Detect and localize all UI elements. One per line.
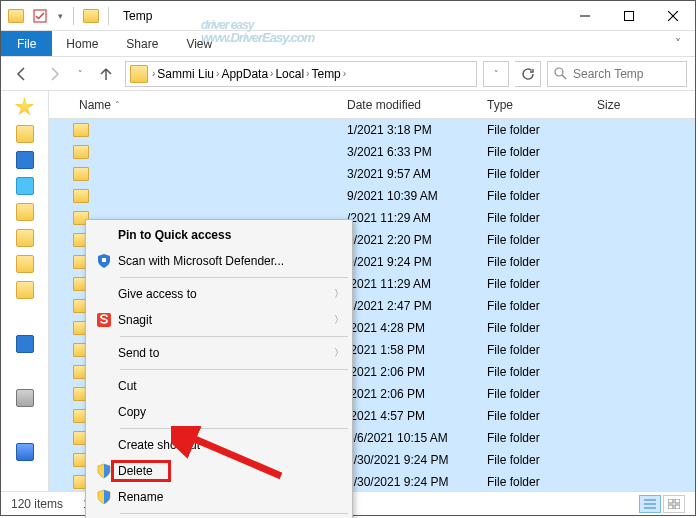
- context-menu: Pin to Quick access Scan with Microsoft …: [85, 219, 353, 518]
- menu-label: Scan with Microsoft Defender...: [118, 254, 344, 268]
- nav-recent-dropdown[interactable]: ˅: [73, 61, 87, 87]
- qat-properties[interactable]: [29, 5, 51, 27]
- svg-rect-2: [625, 11, 634, 20]
- sidebar-item[interactable]: [16, 203, 34, 221]
- file-type: File folder: [481, 167, 591, 181]
- file-type: File folder: [481, 409, 591, 423]
- shield-icon: [90, 461, 118, 481]
- ribbon-tabs: File Home Share View ˅: [1, 31, 695, 57]
- sidebar-thispc-icon[interactable]: [16, 389, 34, 407]
- file-type: File folder: [481, 343, 591, 357]
- column-headers[interactable]: Name ˄ Date modified Type Size: [49, 91, 695, 119]
- blank-icon: [90, 376, 118, 396]
- file-type: File folder: [481, 299, 591, 313]
- menu-item-copy[interactable]: Copy: [86, 399, 352, 425]
- tab-file[interactable]: File: [1, 31, 52, 56]
- snagit-icon: [90, 310, 118, 330]
- svg-line-6: [562, 75, 566, 79]
- menu-separator: [120, 428, 348, 429]
- blank-icon: [90, 343, 118, 363]
- menu-label: Copy: [118, 405, 344, 419]
- svg-rect-7: [102, 258, 106, 262]
- sidebar-item[interactable]: [16, 125, 34, 143]
- table-row[interactable]: 1/2021 3:18 PM File folder: [49, 119, 695, 141]
- file-type: File folder: [481, 321, 591, 335]
- menu-item-create-shortcut[interactable]: Create shortcut: [86, 432, 352, 458]
- menu-item-cut[interactable]: Cut: [86, 373, 352, 399]
- refresh-button[interactable]: [515, 61, 541, 87]
- menu-item-delete[interactable]: Delete: [86, 458, 352, 484]
- menu-label: Create shortcut: [118, 438, 344, 452]
- status-item-count: 120 items: [11, 497, 63, 511]
- menu-label: Rename: [118, 490, 344, 504]
- qat-dropdown[interactable]: ▾: [53, 5, 67, 27]
- nav-back[interactable]: [9, 61, 35, 87]
- sidebar-item[interactable]: [16, 151, 34, 169]
- search-placeholder: Search Temp: [573, 67, 643, 81]
- svg-rect-13: [668, 499, 673, 503]
- view-icons-button[interactable]: [663, 495, 685, 513]
- sidebar[interactable]: [1, 91, 49, 491]
- file-date: 1/2021 3:18 PM: [341, 123, 481, 137]
- nav-forward[interactable]: [41, 61, 67, 87]
- close-button[interactable]: [651, 1, 695, 31]
- menu-item-scan-with-microsoft-defender-[interactable]: Scan with Microsoft Defender...: [86, 248, 352, 274]
- file-date: 0/2021 9:24 PM: [341, 255, 481, 269]
- menu-separator: [120, 277, 348, 278]
- view-details-button[interactable]: [639, 495, 661, 513]
- file-date: 7/30/2021 9:24 PM: [341, 475, 481, 489]
- folder-icon-2: [80, 5, 102, 27]
- folder-icon: [73, 145, 89, 159]
- breadcrumb-dropdown[interactable]: ˅: [483, 61, 509, 87]
- minimize-button[interactable]: [563, 1, 607, 31]
- search-icon: [554, 67, 567, 80]
- file-type: File folder: [481, 189, 591, 203]
- shield-icon: [90, 487, 118, 507]
- menu-item-pin-to-quick-access[interactable]: Pin to Quick access: [86, 222, 352, 248]
- tab-share[interactable]: Share: [112, 31, 172, 56]
- file-type: File folder: [481, 145, 591, 159]
- menu-separator: [120, 513, 348, 514]
- sidebar-item[interactable]: [16, 229, 34, 247]
- tab-view[interactable]: View: [172, 31, 226, 56]
- svg-rect-14: [675, 499, 680, 503]
- breadcrumb-folder-icon: [130, 65, 148, 83]
- search-input[interactable]: Search Temp: [547, 61, 687, 87]
- menu-label: Pin to Quick access: [118, 228, 344, 242]
- sidebar-item[interactable]: [16, 255, 34, 273]
- maximize-button[interactable]: [607, 1, 651, 31]
- file-type: File folder: [481, 277, 591, 291]
- nav-up[interactable]: [93, 61, 119, 87]
- breadcrumb[interactable]: › Sammi Liu › AppData › Local › Temp ›: [125, 61, 477, 87]
- file-type: File folder: [481, 453, 591, 467]
- file-type: File folder: [481, 475, 591, 489]
- submenu-arrow-icon: 〉: [334, 313, 344, 327]
- menu-item-send-to[interactable]: Send to 〉: [86, 340, 352, 366]
- folder-icon: [73, 189, 89, 203]
- sidebar-network-icon[interactable]: [16, 443, 34, 461]
- folder-icon: [73, 123, 89, 137]
- file-date: 8/6/2021 10:15 AM: [341, 431, 481, 445]
- menu-label: Give access to: [118, 287, 334, 301]
- defender-icon: [90, 251, 118, 271]
- menu-item-rename[interactable]: Rename: [86, 484, 352, 510]
- file-type: File folder: [481, 431, 591, 445]
- sidebar-item[interactable]: [16, 281, 34, 299]
- sidebar-item[interactable]: [16, 177, 34, 195]
- tab-home[interactable]: Home: [52, 31, 112, 56]
- file-date: 0/2021 2:20 PM: [341, 233, 481, 247]
- sidebar-onedrive-icon[interactable]: [16, 335, 34, 353]
- menu-item-snagit[interactable]: Snagit 〉: [86, 307, 352, 333]
- file-type: File folder: [481, 233, 591, 247]
- ribbon-expand[interactable]: ˅: [661, 31, 695, 56]
- submenu-arrow-icon: 〉: [334, 287, 344, 301]
- table-row[interactable]: 3/2021 9:57 AM File folder: [49, 163, 695, 185]
- menu-separator: [120, 336, 348, 337]
- table-row[interactable]: 9/2021 10:39 AM File folder: [49, 185, 695, 207]
- file-date: /2021 2:06 PM: [341, 387, 481, 401]
- table-row[interactable]: 3/2021 6:33 PM File folder: [49, 141, 695, 163]
- menu-item-give-access-to[interactable]: Give access to 〉: [86, 281, 352, 307]
- file-date: 3/2021 9:57 AM: [341, 167, 481, 181]
- menu-label: Send to: [118, 346, 334, 360]
- sidebar-quick-access-icon[interactable]: [15, 97, 35, 117]
